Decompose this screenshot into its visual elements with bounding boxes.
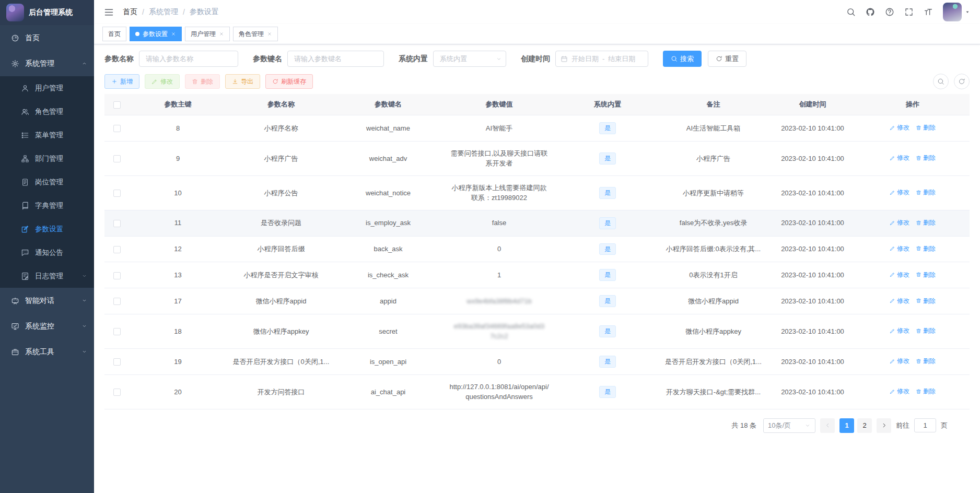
row-checkbox[interactable] [113,246,121,253]
edit-link[interactable]: 修改 [890,270,909,279]
sidebar-item-home[interactable]: 首页 [0,25,94,51]
builtin-select[interactable]: 系统内置 [433,51,506,67]
edit-link[interactable]: 修改 [890,244,909,253]
row-checkbox[interactable] [113,272,121,279]
delete-link[interactable]: 删除 [916,153,936,162]
close-icon[interactable] [267,31,272,37]
param-key-input[interactable] [287,51,384,67]
sidebar-item-role[interactable]: 角色管理 [0,100,94,123]
param-name-input[interactable] [139,51,238,67]
search-icon [671,55,678,62]
fullscreen-button[interactable] [904,7,914,17]
reset-button[interactable]: 重置 [708,51,746,67]
close-icon[interactable] [171,31,176,37]
delete-link[interactable]: 删除 [916,386,936,396]
app-root: 后台管理系统 首页系统管理用户管理角色管理菜单管理部门管理岗位管理字典管理参数设… [0,0,980,493]
delete-link[interactable]: 删除 [916,123,936,132]
calendar-icon [561,55,568,63]
delete-link[interactable]: 删除 [916,356,936,366]
sidebar-item-config[interactable]: 参数设置 [0,217,94,241]
row-checkbox[interactable] [113,190,121,197]
cell-actions: 修改删除 [856,175,970,210]
delete-link[interactable]: 删除 [916,244,936,253]
builtin-tag: 是 [599,187,616,199]
search-button[interactable] [846,7,856,17]
sidebar-item-user[interactable]: 用户管理 [0,76,94,100]
row-checkbox[interactable] [113,220,121,227]
search-button[interactable]: 搜索 [663,51,702,67]
cell-builtin: 是 [558,210,657,236]
row-checkbox[interactable] [113,125,121,132]
tab-role[interactable]: 角色管理 [233,27,278,41]
sidebar-item-monitor[interactable]: 系统监控 [0,313,94,339]
cell-time: 2023-02-10 10:41:00 [769,314,856,348]
toggle-search-button[interactable] [933,74,949,89]
edit-link[interactable]: 修改 [890,218,909,227]
tab-home[interactable]: 首页 [102,27,126,41]
delete-link[interactable]: 删除 [916,296,936,306]
sidebar-item-tool[interactable]: 系统工具 [0,339,94,365]
row-checkbox[interactable] [113,298,121,305]
delete-button[interactable]: 删除 [185,74,220,89]
edit-link[interactable]: 修改 [890,386,909,396]
sidebar-item-label: 日志管理 [35,272,63,281]
select-all-checkbox[interactable] [113,101,121,109]
sidebar-item-dept[interactable]: 部门管理 [0,147,94,170]
cell-name: 微信小程序appkey [226,314,336,348]
sidebar-item-log[interactable]: 日志管理 [0,264,94,288]
cell-id: 12 [130,236,226,262]
sidebar-item-dict[interactable]: 字典管理 [0,194,94,217]
cell-select [104,210,130,236]
close-icon[interactable] [219,31,224,37]
chevron-down-icon [81,298,87,303]
prev-page-button[interactable] [820,418,835,433]
page-size-select[interactable]: 10条/页 [763,418,815,433]
github-button[interactable] [866,7,875,17]
cell-value: http://127.0.0.1:8081/ai/open/api/ quest… [440,374,558,409]
refresh-table-button[interactable] [954,74,970,89]
sidebar-item-label: 通知公告 [35,248,63,257]
sidebar-item-post[interactable]: 岗位管理 [0,170,94,194]
edit-button[interactable]: 修改 [145,74,180,89]
tab-user[interactable]: 用户管理 [185,27,230,41]
badge-icon [21,178,29,186]
column-header: 参数键名 [336,94,440,115]
next-page-button[interactable] [877,418,891,433]
delete-link[interactable]: 删除 [916,326,936,335]
delete-link[interactable]: 删除 [916,218,936,227]
edit-link[interactable]: 修改 [890,296,909,306]
row-checkbox[interactable] [113,358,121,366]
text-size-button[interactable] [924,7,933,17]
tab-config[interactable]: 参数设置 [130,27,182,41]
row-checkbox[interactable] [113,155,121,162]
hamburger-button[interactable] [103,7,114,18]
delete-link[interactable]: 删除 [916,270,936,279]
page-button-1[interactable]: 1 [839,418,854,433]
add-button[interactable]: 新增 [104,74,139,89]
edit-link[interactable]: 修改 [890,356,909,366]
question-button[interactable] [885,7,894,17]
goto-page-input[interactable] [914,418,936,432]
edit-link[interactable]: 修改 [890,153,909,162]
edit-link[interactable]: 修改 [890,123,909,132]
end-date-placeholder: 结束日期 [608,54,635,64]
row-checkbox[interactable] [113,389,121,396]
sidebar-item-system[interactable]: 系统管理 [0,51,94,76]
edit-link[interactable]: 修改 [890,326,909,335]
refresh-cache-button[interactable]: 刷新缓存 [265,74,313,89]
close-icon [267,31,272,37]
export-button[interactable]: 导出 [225,74,260,89]
sidebar-item-notice[interactable]: 通知公告 [0,241,94,264]
delete-link[interactable]: 删除 [916,187,936,197]
breadcrumb-item[interactable]: 首页 [123,7,137,17]
monitor-icon [11,322,19,331]
cell-value: AI智能手 [440,115,558,142]
date-range-picker[interactable]: 开始日期 - 结束日期 [555,51,648,67]
user-menu[interactable] [943,3,971,21]
page-button-2[interactable]: 2 [857,418,872,433]
sidebar-item-ai-chat[interactable]: 智能对话 [0,288,94,313]
row-checkbox[interactable] [113,328,121,335]
edit-link[interactable]: 修改 [890,187,909,197]
sidebar-item-menu[interactable]: 菜单管理 [0,123,94,147]
toolbar-buttons: 新增修改删除导出刷新缓存 [104,74,318,89]
